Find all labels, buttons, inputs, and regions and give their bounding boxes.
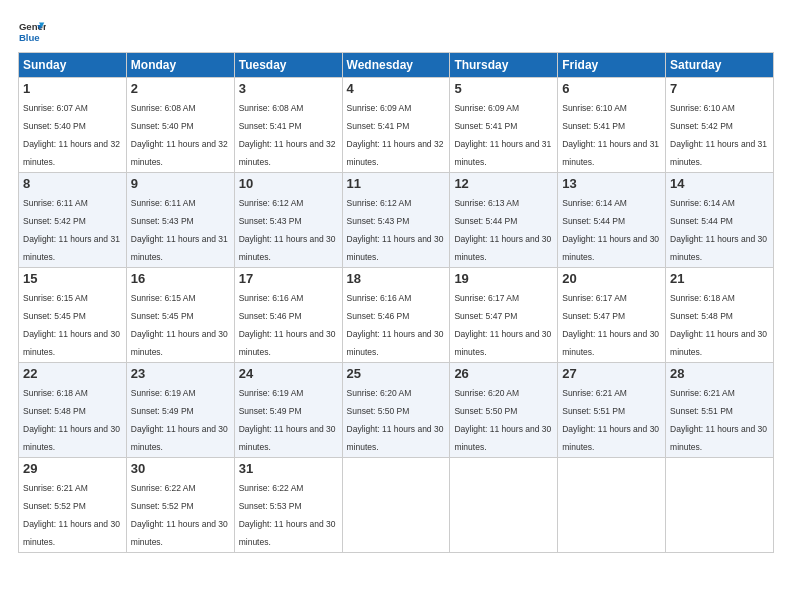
day-number: 29 <box>23 461 122 476</box>
calendar-cell: 17 Sunrise: 6:16 AMSunset: 5:46 PMDaylig… <box>234 268 342 363</box>
calendar-cell: 14 Sunrise: 6:14 AMSunset: 5:44 PMDaylig… <box>666 173 774 268</box>
calendar-cell: 11 Sunrise: 6:12 AMSunset: 5:43 PMDaylig… <box>342 173 450 268</box>
day-info: Sunrise: 6:20 AMSunset: 5:50 PMDaylight:… <box>347 388 444 452</box>
day-info: Sunrise: 6:11 AMSunset: 5:43 PMDaylight:… <box>131 198 228 262</box>
calendar-cell <box>450 458 558 553</box>
calendar-cell: 20 Sunrise: 6:17 AMSunset: 5:47 PMDaylig… <box>558 268 666 363</box>
day-info: Sunrise: 6:21 AMSunset: 5:52 PMDaylight:… <box>23 483 120 547</box>
day-info: Sunrise: 6:16 AMSunset: 5:46 PMDaylight:… <box>347 293 444 357</box>
day-number: 8 <box>23 176 122 191</box>
day-info: Sunrise: 6:18 AMSunset: 5:48 PMDaylight:… <box>670 293 767 357</box>
day-number: 5 <box>454 81 553 96</box>
calendar-cell: 5 Sunrise: 6:09 AMSunset: 5:41 PMDayligh… <box>450 78 558 173</box>
calendar-cell: 15 Sunrise: 6:15 AMSunset: 5:45 PMDaylig… <box>19 268 127 363</box>
day-number: 19 <box>454 271 553 286</box>
day-info: Sunrise: 6:14 AMSunset: 5:44 PMDaylight:… <box>670 198 767 262</box>
header: General Blue <box>18 18 774 46</box>
day-number: 9 <box>131 176 230 191</box>
svg-text:Blue: Blue <box>19 32 40 43</box>
day-number: 4 <box>347 81 446 96</box>
day-number: 14 <box>670 176 769 191</box>
day-info: Sunrise: 6:08 AMSunset: 5:40 PMDaylight:… <box>131 103 228 167</box>
day-number: 24 <box>239 366 338 381</box>
day-info: Sunrise: 6:12 AMSunset: 5:43 PMDaylight:… <box>239 198 336 262</box>
day-info: Sunrise: 6:17 AMSunset: 5:47 PMDaylight:… <box>454 293 551 357</box>
day-info: Sunrise: 6:11 AMSunset: 5:42 PMDaylight:… <box>23 198 120 262</box>
day-number: 3 <box>239 81 338 96</box>
day-info: Sunrise: 6:10 AMSunset: 5:42 PMDaylight:… <box>670 103 767 167</box>
calendar-cell: 23 Sunrise: 6:19 AMSunset: 5:49 PMDaylig… <box>126 363 234 458</box>
calendar-cell: 25 Sunrise: 6:20 AMSunset: 5:50 PMDaylig… <box>342 363 450 458</box>
day-info: Sunrise: 6:22 AMSunset: 5:53 PMDaylight:… <box>239 483 336 547</box>
day-info: Sunrise: 6:10 AMSunset: 5:41 PMDaylight:… <box>562 103 659 167</box>
day-info: Sunrise: 6:08 AMSunset: 5:41 PMDaylight:… <box>239 103 336 167</box>
day-number: 11 <box>347 176 446 191</box>
calendar-cell: 22 Sunrise: 6:18 AMSunset: 5:48 PMDaylig… <box>19 363 127 458</box>
day-number: 21 <box>670 271 769 286</box>
calendar-cell: 12 Sunrise: 6:13 AMSunset: 5:44 PMDaylig… <box>450 173 558 268</box>
day-number: 26 <box>454 366 553 381</box>
calendar-table: SundayMondayTuesdayWednesdayThursdayFrid… <box>18 52 774 553</box>
day-info: Sunrise: 6:09 AMSunset: 5:41 PMDaylight:… <box>454 103 551 167</box>
day-number: 12 <box>454 176 553 191</box>
day-number: 16 <box>131 271 230 286</box>
day-number: 30 <box>131 461 230 476</box>
calendar-cell: 10 Sunrise: 6:12 AMSunset: 5:43 PMDaylig… <box>234 173 342 268</box>
day-number: 28 <box>670 366 769 381</box>
calendar-cell: 18 Sunrise: 6:16 AMSunset: 5:46 PMDaylig… <box>342 268 450 363</box>
day-number: 2 <box>131 81 230 96</box>
day-info: Sunrise: 6:22 AMSunset: 5:52 PMDaylight:… <box>131 483 228 547</box>
day-info: Sunrise: 6:13 AMSunset: 5:44 PMDaylight:… <box>454 198 551 262</box>
day-info: Sunrise: 6:09 AMSunset: 5:41 PMDaylight:… <box>347 103 444 167</box>
logo: General Blue <box>18 18 46 46</box>
day-number: 15 <box>23 271 122 286</box>
day-number: 18 <box>347 271 446 286</box>
weekday-header: Friday <box>558 53 666 78</box>
calendar-cell: 31 Sunrise: 6:22 AMSunset: 5:53 PMDaylig… <box>234 458 342 553</box>
calendar-cell: 4 Sunrise: 6:09 AMSunset: 5:41 PMDayligh… <box>342 78 450 173</box>
calendar-cell: 27 Sunrise: 6:21 AMSunset: 5:51 PMDaylig… <box>558 363 666 458</box>
day-number: 13 <box>562 176 661 191</box>
day-number: 22 <box>23 366 122 381</box>
day-info: Sunrise: 6:15 AMSunset: 5:45 PMDaylight:… <box>131 293 228 357</box>
calendar-cell: 9 Sunrise: 6:11 AMSunset: 5:43 PMDayligh… <box>126 173 234 268</box>
calendar-cell: 2 Sunrise: 6:08 AMSunset: 5:40 PMDayligh… <box>126 78 234 173</box>
weekday-header: Thursday <box>450 53 558 78</box>
calendar-cell: 19 Sunrise: 6:17 AMSunset: 5:47 PMDaylig… <box>450 268 558 363</box>
calendar-cell <box>666 458 774 553</box>
calendar-cell: 26 Sunrise: 6:20 AMSunset: 5:50 PMDaylig… <box>450 363 558 458</box>
day-info: Sunrise: 6:12 AMSunset: 5:43 PMDaylight:… <box>347 198 444 262</box>
weekday-header: Saturday <box>666 53 774 78</box>
calendar-cell: 28 Sunrise: 6:21 AMSunset: 5:51 PMDaylig… <box>666 363 774 458</box>
day-number: 20 <box>562 271 661 286</box>
day-info: Sunrise: 6:19 AMSunset: 5:49 PMDaylight:… <box>131 388 228 452</box>
weekday-header: Sunday <box>19 53 127 78</box>
day-info: Sunrise: 6:21 AMSunset: 5:51 PMDaylight:… <box>670 388 767 452</box>
day-info: Sunrise: 6:16 AMSunset: 5:46 PMDaylight:… <box>239 293 336 357</box>
day-number: 27 <box>562 366 661 381</box>
day-info: Sunrise: 6:20 AMSunset: 5:50 PMDaylight:… <box>454 388 551 452</box>
day-number: 31 <box>239 461 338 476</box>
calendar-cell: 24 Sunrise: 6:19 AMSunset: 5:49 PMDaylig… <box>234 363 342 458</box>
day-info: Sunrise: 6:19 AMSunset: 5:49 PMDaylight:… <box>239 388 336 452</box>
calendar-cell <box>342 458 450 553</box>
calendar-cell: 29 Sunrise: 6:21 AMSunset: 5:52 PMDaylig… <box>19 458 127 553</box>
day-number: 1 <box>23 81 122 96</box>
day-info: Sunrise: 6:07 AMSunset: 5:40 PMDaylight:… <box>23 103 120 167</box>
day-number: 23 <box>131 366 230 381</box>
weekday-header-row: SundayMondayTuesdayWednesdayThursdayFrid… <box>19 53 774 78</box>
calendar-cell: 21 Sunrise: 6:18 AMSunset: 5:48 PMDaylig… <box>666 268 774 363</box>
calendar-cell: 3 Sunrise: 6:08 AMSunset: 5:41 PMDayligh… <box>234 78 342 173</box>
day-number: 10 <box>239 176 338 191</box>
calendar-page: General Blue SundayMondayTuesdayWednesda… <box>0 0 792 612</box>
weekday-header: Wednesday <box>342 53 450 78</box>
day-number: 17 <box>239 271 338 286</box>
calendar-cell: 7 Sunrise: 6:10 AMSunset: 5:42 PMDayligh… <box>666 78 774 173</box>
day-info: Sunrise: 6:21 AMSunset: 5:51 PMDaylight:… <box>562 388 659 452</box>
calendar-cell: 13 Sunrise: 6:14 AMSunset: 5:44 PMDaylig… <box>558 173 666 268</box>
day-number: 25 <box>347 366 446 381</box>
day-number: 6 <box>562 81 661 96</box>
weekday-header: Tuesday <box>234 53 342 78</box>
day-info: Sunrise: 6:15 AMSunset: 5:45 PMDaylight:… <box>23 293 120 357</box>
logo-icon: General Blue <box>18 18 46 46</box>
